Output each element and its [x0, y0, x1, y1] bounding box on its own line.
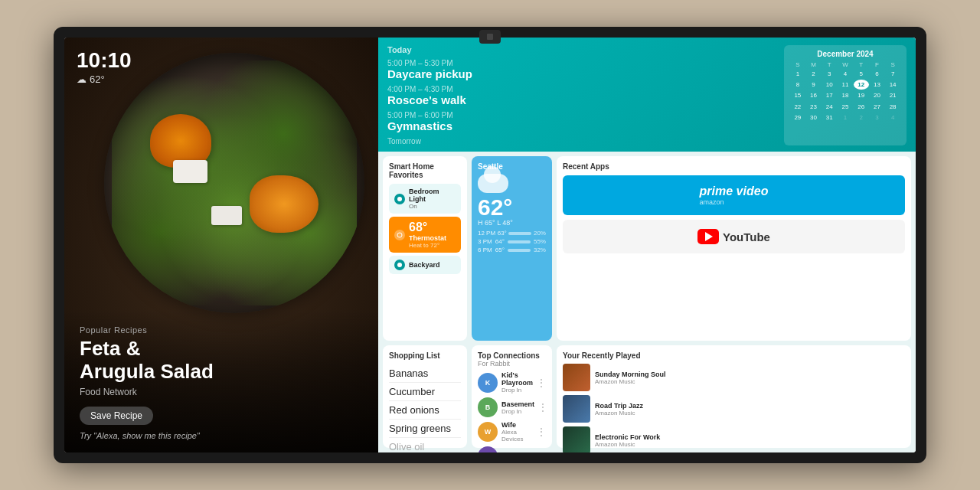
today-label: Today	[387, 45, 778, 54]
cal-day[interactable]: 31	[822, 113, 837, 122]
today-events: Today 5:00 PM – 5:30 PM Daycare pickup 4…	[387, 45, 778, 145]
event-gymnastics[interactable]: 5:00 PM – 6:00 PM Gymnastics	[387, 111, 778, 132]
thermostat-item[interactable]: 68° Thermostat Heat to 72°	[389, 217, 461, 253]
cal-header-wed: W	[838, 61, 853, 68]
cal-day[interactable]: 11	[838, 80, 853, 90]
event-time-daycare: 5:00 PM – 5:30 PM	[387, 59, 778, 67]
cal-day-other: 4	[885, 113, 900, 122]
youtube-button[interactable]: YouTube	[563, 220, 905, 253]
clock: 10:10	[77, 50, 132, 71]
weather-temp-3pm: 64°	[495, 238, 505, 245]
cal-day[interactable]: 30	[806, 113, 822, 122]
cal-day[interactable]: 19	[854, 90, 869, 100]
cal-header-fri: F	[870, 61, 885, 68]
cal-day[interactable]: 17	[822, 90, 837, 100]
conn-kidsplayroom[interactable]: K Kid's Playroom Drop In ⋮	[478, 371, 546, 394]
shop-item-olive-oil[interactable]: Olive oil	[389, 438, 461, 452]
rp-info-electronic: Electronic For Work Amazon Music	[595, 433, 905, 448]
cal-day[interactable]: 8	[790, 80, 805, 90]
cal-day[interactable]: 2	[806, 69, 822, 79]
bedroom-light-item[interactable]: Bedroom Light On	[389, 184, 461, 214]
cal-day[interactable]: 20	[870, 90, 885, 100]
rp-name-electronic: Electronic For Work	[595, 433, 905, 441]
conn-menu-wife[interactable]: ⋮	[537, 426, 546, 437]
bottom-row: Shopping List Bananas Cucumber Red onion…	[378, 345, 916, 452]
prime-video-content: prime video amazon	[700, 185, 769, 206]
backyard-icon	[394, 260, 405, 270]
cal-day[interactable]: 27	[870, 102, 885, 112]
cal-day[interactable]: 29	[790, 113, 805, 122]
cal-day-other: 3	[870, 113, 885, 122]
cal-day[interactable]: 4	[838, 69, 853, 79]
rp-item-sunday[interactable]: Sunday Morning Soul Amazon Music	[563, 364, 905, 391]
alexa-hint: Try "Alexa, show me this recipe"	[80, 431, 363, 440]
save-recipe-button[interactable]: Save Recipe	[80, 407, 153, 425]
cal-day[interactable]: 26	[854, 102, 869, 112]
cal-day[interactable]: 9	[806, 80, 822, 90]
event-daycare[interactable]: 5:00 PM – 5:30 PM Daycare pickup	[387, 59, 778, 80]
event-name-gymnastics: Gymnastics	[387, 119, 778, 132]
temperature: 62°	[90, 74, 105, 85]
cal-day[interactable]: 22	[790, 102, 805, 112]
salad-peach2	[250, 175, 318, 233]
cal-day[interactable]: 14	[885, 80, 900, 90]
weather-display: ☁ 62°	[77, 74, 132, 85]
shop-item-spring-greens[interactable]: Spring greens	[389, 420, 461, 438]
play-triangle-icon	[705, 232, 713, 241]
conn-david[interactable]: D David ⋮	[478, 446, 546, 452]
conn-info-wife: Wife Alexa Devices	[501, 421, 533, 443]
cal-day[interactable]: 16	[806, 90, 822, 100]
smart-home-tile: Smart Home Favorites Bedroom Light On	[383, 156, 467, 341]
top-connections-tile: Top Connections For Rabbit K Kid's Playr…	[472, 345, 552, 448]
cal-day[interactable]: 15	[790, 90, 805, 100]
conn-status-basement: Drop In	[501, 408, 534, 415]
conn-basement[interactable]: B Basement Drop In ⋮	[478, 397, 546, 417]
conn-avatar-basement: B	[478, 397, 498, 417]
cal-day[interactable]: 1	[790, 69, 805, 79]
weather-pct-3pm: 55%	[534, 238, 546, 245]
cal-day[interactable]: 7	[885, 69, 900, 79]
svg-point-0	[397, 197, 402, 201]
rp-info-jazz: Road Trip Jazz Amazon Music	[595, 402, 905, 416]
camera-notch	[479, 30, 501, 44]
rp-item-electronic[interactable]: Electronic For Work Amazon Music	[563, 426, 905, 452]
event-roscoe[interactable]: 4:00 PM – 4:30 PM Roscoe's walk	[387, 85, 778, 106]
cal-day[interactable]: 18	[838, 90, 853, 100]
weather-temp-6pm: 65°	[495, 247, 505, 253]
calendar-widget: December 2024 S M T W T F S 1 2 3 4	[784, 45, 906, 145]
conn-menu-kidsplayroom[interactable]: ⋮	[537, 377, 546, 388]
backyard-item[interactable]: Backyard	[389, 256, 461, 274]
recently-played-title: Your Recently Played	[563, 351, 905, 360]
conn-menu-basement[interactable]: ⋮	[538, 402, 547, 413]
recipe-overlay: Popular Recipes Feta & Arugula Salad Foo…	[64, 310, 378, 452]
cal-day[interactable]: 25	[838, 102, 853, 112]
cal-day[interactable]: 5	[854, 69, 869, 79]
salad-feta	[173, 160, 207, 183]
cal-day-today[interactable]: 12	[854, 80, 869, 90]
cal-day[interactable]: 23	[806, 102, 822, 112]
shop-item-bananas[interactable]: Bananas	[389, 364, 461, 383]
cal-day[interactable]: 13	[870, 80, 885, 90]
thermostat-status: Heat to 72°	[409, 242, 456, 249]
youtube-play-icon	[697, 229, 719, 244]
conn-menu-david[interactable]: ⋮	[537, 451, 546, 452]
shop-item-cucumber[interactable]: Cucumber	[389, 383, 461, 401]
cal-day-other: 1	[838, 113, 853, 122]
cal-day[interactable]: 24	[822, 102, 837, 112]
cal-day[interactable]: 10	[822, 80, 837, 90]
rp-item-jazz[interactable]: Road Trip Jazz Amazon Music	[563, 395, 905, 423]
device-frame: 10:10 ☁ 62° Popular Recipes Feta & Arugu…	[54, 27, 926, 463]
recipe-source: Food Network	[80, 387, 363, 397]
youtube-label: YouTube	[723, 230, 770, 243]
conn-status-kidsplayroom: Drop In	[501, 387, 533, 394]
cal-day[interactable]: 28	[885, 102, 900, 112]
shop-item-red-onions[interactable]: Red onions	[389, 401, 461, 420]
cal-day[interactable]: 6	[870, 69, 885, 79]
screen: 10:10 ☁ 62° Popular Recipes Feta & Arugu…	[64, 38, 916, 452]
thermostat-info: 68° Thermostat Heat to 72°	[409, 220, 456, 249]
cal-day-other: 2	[854, 113, 869, 122]
cal-day[interactable]: 21	[885, 90, 900, 100]
cal-day[interactable]: 3	[822, 69, 837, 79]
prime-video-button[interactable]: prime video amazon	[563, 175, 905, 215]
conn-wife[interactable]: W Wife Alexa Devices ⋮	[478, 421, 546, 443]
